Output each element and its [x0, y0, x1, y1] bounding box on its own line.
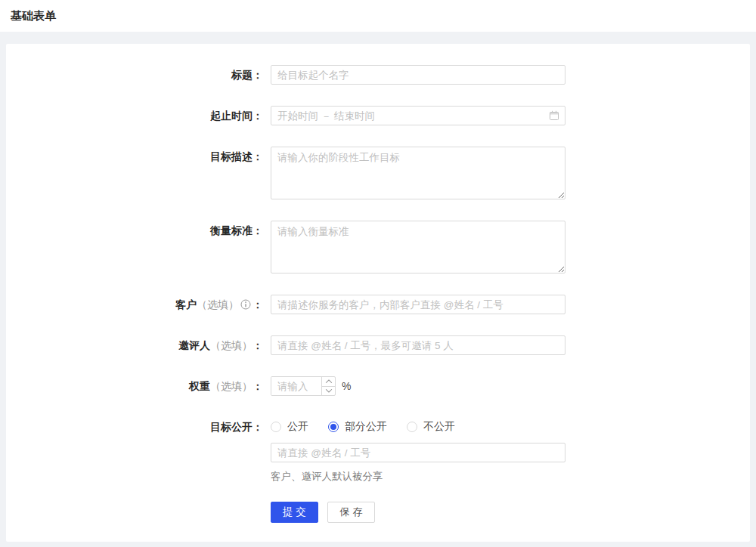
form-actions: 提 交 保 存 [271, 502, 750, 523]
radio-private[interactable]: 不公开 [407, 420, 455, 434]
page-header: 基础表单 [0, 0, 756, 32]
date-range-picker[interactable] [271, 106, 565, 125]
title-input[interactable] [271, 65, 565, 85]
inviter-label: 邀评人（选填）： [6, 335, 271, 355]
date-range-input[interactable] [271, 106, 565, 125]
form-item-inviter: 邀评人（选填）： [6, 335, 750, 355]
customer-input[interactable] [271, 295, 565, 314]
share-help-text: 客户、邀评人默认被分享 [271, 470, 750, 484]
form-item-customer: 客户（选填）： [6, 295, 750, 314]
number-spinner [321, 377, 335, 395]
calendar-icon [549, 110, 559, 121]
weight-input[interactable] [271, 377, 321, 395]
date-range-label: 起止时间： [6, 106, 271, 125]
radio-partially-public[interactable]: 部分公开 [328, 420, 387, 434]
weight-label: 权重（选填）： [6, 376, 271, 396]
goal-description-textarea[interactable] [271, 147, 565, 199]
customer-label: 客户（选填）： [6, 295, 271, 314]
optional-hint: （选填） [197, 298, 239, 311]
form-item-visibility: 目标公开： 公开 部分公开 不公开 [6, 417, 750, 437]
spinner-down-icon[interactable] [322, 386, 335, 396]
share-with-input[interactable] [271, 443, 565, 462]
radio-circle-icon [271, 422, 281, 432]
submit-button[interactable]: 提 交 [271, 502, 318, 523]
save-button[interactable]: 保 存 [327, 502, 375, 523]
page-title: 基础表单 [11, 9, 745, 23]
optional-hint: （选填） [210, 380, 253, 392]
visibility-label: 目标公开： [6, 417, 271, 437]
form-item-date-range: 起止时间： [6, 106, 750, 125]
content-area: 标题： 起止时间： [0, 32, 756, 547]
inviter-input[interactable] [271, 335, 565, 355]
info-circle-icon[interactable] [240, 299, 251, 310]
spinner-up-icon[interactable] [322, 377, 335, 386]
weight-number-input[interactable] [271, 376, 336, 396]
radio-circle-icon [407, 422, 417, 432]
percent-suffix: % [342, 376, 351, 396]
basic-form: 标题： 起止时间： [6, 65, 750, 523]
metrics-label: 衡量标准： [6, 221, 271, 240]
form-item-title: 标题： [6, 65, 750, 85]
radio-public[interactable]: 公开 [271, 420, 308, 434]
optional-hint: （选填） [210, 339, 253, 351]
title-label: 标题： [6, 65, 271, 85]
form-item-metrics: 衡量标准： [6, 221, 750, 274]
metrics-textarea[interactable] [271, 221, 565, 274]
form-item-goal-description: 目标描述： [6, 147, 750, 199]
form-card: 标题： 起止时间： [6, 44, 750, 542]
visibility-radio-group: 公开 部分公开 不公开 [271, 419, 475, 435]
form-item-weight: 权重（选填）： % [6, 376, 750, 396]
goal-description-label: 目标描述： [6, 147, 271, 166]
form-item-share-with [6, 443, 750, 462]
radio-circle-icon [328, 422, 339, 432]
